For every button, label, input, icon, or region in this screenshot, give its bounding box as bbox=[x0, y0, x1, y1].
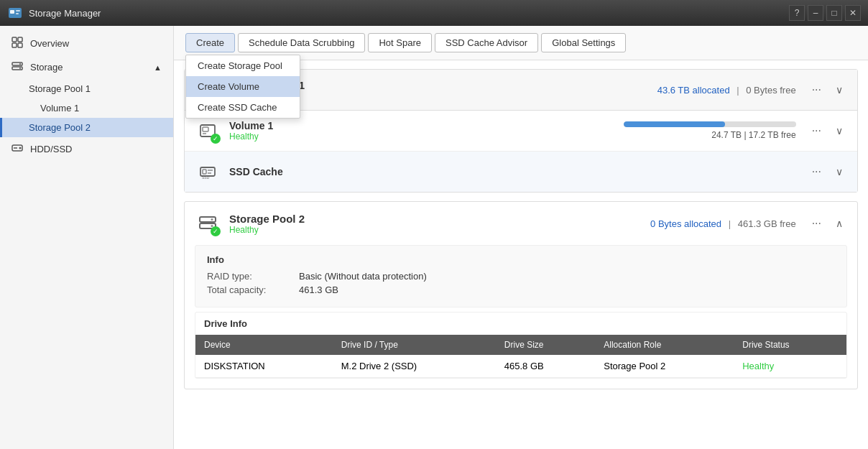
sidebar-item-storage-pool-1[interactable]: Storage Pool 1 bbox=[0, 79, 173, 98]
pool-1-allocated: 43.6 TB allocated bbox=[657, 85, 730, 96]
ssd-cache-actions: ··· ∨ bbox=[808, 164, 847, 180]
drive-info-section: Drive Info Device Drive ID / Type Drive … bbox=[195, 312, 847, 379]
window-controls: ? – □ ✕ bbox=[789, 5, 861, 21]
drive-allocation-role: Storage Pool 2 bbox=[595, 355, 734, 378]
drive-id-type: M.2 Drive 2 (SSD) bbox=[333, 355, 496, 378]
drive-table-header-role: Allocation Role bbox=[595, 335, 734, 355]
volume-1-space: 24.7 TB | 17.2 TB free bbox=[711, 130, 795, 140]
pool-2-divider: | bbox=[729, 218, 731, 229]
svg-rect-7 bbox=[18, 43, 22, 47]
minimize-button[interactable]: – bbox=[808, 5, 823, 21]
pool-1-more-options[interactable]: ··· bbox=[808, 82, 826, 98]
pool-1-divider: | bbox=[737, 85, 739, 96]
schedule-scrubbing-button[interactable]: Schedule Data Scrubbing bbox=[238, 33, 365, 52]
pool-2-status-badge: ✓ bbox=[211, 226, 221, 236]
pool-2-status: Healthy bbox=[229, 225, 305, 235]
sidebar-section-storage[interactable]: Storage ▲ bbox=[0, 55, 173, 79]
close-button[interactable]: ✕ bbox=[845, 5, 861, 21]
info-capacity-label: Total capacity: bbox=[207, 284, 293, 295]
dropdown-create-ssd-cache[interactable]: Create SSD Cache bbox=[186, 97, 300, 118]
sidebar-item-overview[interactable]: Overview bbox=[0, 32, 173, 55]
info-raid-value: Basic (Without data protection) bbox=[299, 271, 427, 282]
storage-pool-2-section: ✓ Storage Pool 2 Healthy 0 Bytes allocat… bbox=[184, 201, 858, 389]
chevron-up-icon: ▲ bbox=[154, 63, 162, 72]
pool-1-collapse[interactable]: ∨ bbox=[831, 83, 847, 97]
svg-rect-4 bbox=[12, 37, 17, 42]
ssd-cache-row: SSD SSD Cache ··· ∨ bbox=[185, 152, 857, 192]
hdd-icon bbox=[11, 142, 23, 156]
svg-rect-27 bbox=[200, 217, 216, 222]
help-button[interactable]: ? bbox=[789, 5, 805, 21]
sidebar-storage-label: Storage bbox=[30, 62, 63, 73]
create-dropdown-menu: Create Storage Pool Create Volume Create… bbox=[185, 55, 300, 119]
svg-point-29 bbox=[211, 218, 213, 221]
pool-2-space: 0 Bytes allocated | 461.3 GB free bbox=[650, 218, 796, 229]
app-title: Storage Manager bbox=[29, 8, 861, 19]
volume-1-progress-bar bbox=[624, 121, 796, 127]
drive-status: Healthy bbox=[734, 355, 846, 378]
create-button[interactable]: Create bbox=[185, 33, 235, 52]
svg-point-13 bbox=[19, 147, 22, 149]
drive-size: 465.8 GB bbox=[496, 355, 595, 378]
dropdown-create-storage-pool[interactable]: Create Storage Pool bbox=[186, 55, 300, 76]
pool-2-info-section: Info RAID type: Basic (Without data prot… bbox=[195, 245, 847, 307]
svg-point-11 bbox=[19, 68, 21, 69]
pool-2-header: ✓ Storage Pool 2 Healthy 0 Bytes allocat… bbox=[185, 202, 857, 245]
storage-pool-2-label: Storage Pool 2 bbox=[29, 122, 91, 133]
hdd-ssd-label: HDD/SSD bbox=[30, 144, 73, 154]
volume-1-icon: ✓ bbox=[195, 118, 221, 144]
pool-2-name: Storage Pool 2 bbox=[229, 213, 305, 225]
info-raid-label: RAID type: bbox=[207, 271, 293, 282]
global-settings-button[interactable]: Global Settings bbox=[541, 33, 626, 52]
ssd-cache-more-options[interactable]: ··· bbox=[808, 164, 826, 180]
drive-table-header-row: Device Drive ID / Type Drive Size Alloca… bbox=[195, 335, 846, 355]
content-area: Create Schedule Data Scrubbing Hot Spare… bbox=[174, 26, 868, 449]
table-row: DISKSTATION M.2 Drive 2 (SSD) 465.8 GB S… bbox=[195, 355, 846, 378]
svg-rect-1 bbox=[10, 10, 14, 14]
pool-2-actions: ··· ∧ bbox=[808, 216, 847, 231]
drive-table-header-id-type: Drive ID / Type bbox=[333, 335, 496, 355]
sidebar-item-hdd-ssd[interactable]: HDD/SSD bbox=[0, 137, 173, 161]
info-raid-row: RAID type: Basic (Without data protectio… bbox=[207, 271, 835, 282]
hot-spare-button[interactable]: Hot Spare bbox=[368, 33, 432, 52]
pool-2-info: Storage Pool 2 Healthy bbox=[229, 213, 305, 235]
ssd-cache-collapse[interactable]: ∨ bbox=[831, 165, 847, 179]
pool-1-space: 43.6 TB allocated | 0 Bytes free bbox=[657, 85, 796, 96]
svg-rect-2 bbox=[16, 10, 20, 11]
sidebar: Overview Storage ▲ Storage Pool 1 Volume… bbox=[0, 26, 174, 449]
volume-1-more-options[interactable]: ··· bbox=[808, 123, 826, 139]
volume-1-collapse[interactable]: ∨ bbox=[831, 124, 847, 138]
storage-pool-1-label: Storage Pool 1 bbox=[29, 83, 91, 94]
title-bar: Storage Manager ? – □ ✕ bbox=[0, 0, 868, 26]
volume-1-name: Volume 1 bbox=[229, 120, 273, 131]
drive-device: DISKSTATION bbox=[195, 355, 333, 378]
sidebar-item-storage-pool-2[interactable]: Storage Pool 2 bbox=[0, 118, 173, 137]
volume-1-label: Volume 1 bbox=[40, 103, 79, 114]
pool-2-free: 461.3 GB free bbox=[738, 218, 796, 229]
toolbar: Create Schedule Data Scrubbing Hot Spare… bbox=[174, 26, 868, 60]
ssd-cache-advisor-button[interactable]: SSD Cache Advisor bbox=[435, 33, 538, 52]
info-capacity-row: Total capacity: 461.3 GB bbox=[207, 284, 835, 295]
volume-1-progress-fill bbox=[624, 121, 726, 127]
pool-2-collapse[interactable]: ∧ bbox=[831, 216, 847, 231]
content-scroll: ✓ Storage Pool 1 Healthy 43.6 TB allocat… bbox=[174, 60, 868, 449]
pool-2-icon: ✓ bbox=[195, 210, 221, 236]
drive-table-header-size: Drive Size bbox=[496, 335, 595, 355]
svg-rect-5 bbox=[18, 37, 22, 42]
overview-icon bbox=[11, 37, 23, 50]
svg-rect-20 bbox=[203, 127, 208, 131]
pool-1-actions: ··· ∨ bbox=[808, 82, 847, 98]
info-capacity-value: 461.3 GB bbox=[299, 284, 338, 295]
svg-rect-3 bbox=[16, 13, 19, 14]
storage-icon bbox=[11, 60, 23, 74]
ssd-cache-icon: SSD bbox=[195, 159, 221, 185]
info-section-title: Info bbox=[207, 254, 835, 265]
maximize-button[interactable]: □ bbox=[826, 5, 842, 21]
svg-rect-6 bbox=[12, 43, 17, 47]
svg-point-10 bbox=[19, 63, 21, 65]
pool-2-more-options[interactable]: ··· bbox=[808, 216, 826, 231]
volume-1-status: Healthy bbox=[229, 131, 273, 142]
sidebar-item-volume-1[interactable]: Volume 1 bbox=[0, 98, 173, 118]
drive-info-title: Drive Info bbox=[195, 313, 846, 335]
dropdown-create-volume[interactable]: Create Volume bbox=[186, 76, 300, 97]
